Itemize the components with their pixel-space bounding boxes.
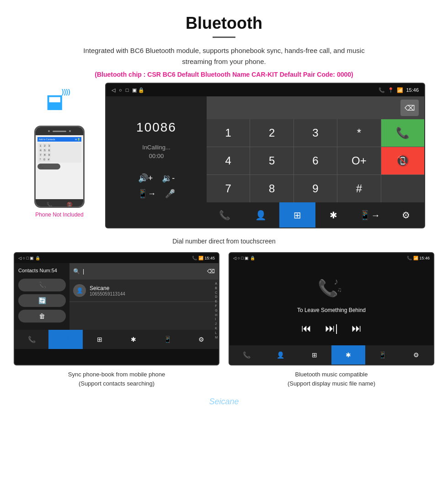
description-text: Integrated with BC6 Bluetooth module, su… [75, 45, 373, 67]
dial-calling-text: InCalling... [142, 144, 170, 151]
music-contacts-btn[interactable]: 👤 [263, 345, 297, 365]
contacts-delete-btn[interactable]: 🗑 [18, 310, 66, 323]
small-transfer-btn[interactable]: 📱 [150, 330, 184, 349]
small-bluetooth-btn[interactable]: ✱ [117, 330, 150, 349]
main-screen-area: )))) ⬓ Add to Contacts ✉ 🔋 1 [0, 83, 448, 228]
music-phone-music-icon: 📞 ♪ ♫ [318, 275, 345, 300]
contacts-status-left: ◁ ○ □ ▣ 🔒 [18, 256, 40, 260]
backspace-icon: ⌫ [207, 268, 215, 275]
next-btn[interactable]: ⏭ [352, 323, 362, 334]
key-5[interactable]: 5 [250, 147, 293, 174]
android-status-bar: ◁ ○ □ ▣ 🔒 📞 📍 📶 15:46 [106, 84, 424, 96]
play-pause-btn[interactable]: ⏭| [325, 323, 338, 334]
music-screen: ◁ ○ □ ▣ 🔒 📞 📶 15:46 📞 ♪ ♫ To Leave Somet… [229, 252, 434, 365]
search-cursor: | [83, 268, 84, 275]
key-star[interactable]: * [337, 119, 380, 147]
small-keypad-btn[interactable]: ⊞ [83, 330, 117, 349]
contacts-list-item[interactable]: 👤 Seicane 10655059113144 [69, 280, 219, 302]
volume-controls: 🔊+ 🔉- [138, 173, 175, 183]
prev-btn[interactable]: ⏮ [301, 323, 311, 334]
home-icon: ○ [119, 87, 122, 93]
back-icon: ◁ [112, 87, 115, 93]
music-controls: ⏮ ⏭| ⏭ [301, 323, 362, 334]
android-dial-screen: ◁ ○ □ ▣ 🔒 📞 📍 📶 15:46 10086 InCalling...… [105, 83, 425, 228]
contacts-search-bar: 🔍 | ⌫ [69, 263, 219, 280]
key-hash[interactable]: # [337, 175, 380, 202]
contacts-status-right: 📞 📶 15:45 [192, 256, 215, 260]
volume-up-btn[interactable]: 🔊+ [138, 173, 153, 183]
svg-text:♫: ♫ [337, 286, 342, 293]
contact-name: Seicane [90, 285, 125, 291]
music-transfer-btn[interactable]: 📱 [365, 345, 399, 365]
bluetooth-icon-area: )))) ⬓ [41, 83, 78, 121]
bottom-settings-btn[interactable]: ⚙ [388, 202, 424, 227]
dial-timer: 00:00 [149, 153, 164, 159]
transfer-btn[interactable]: 📱→ [138, 189, 156, 199]
key-2[interactable]: 2 [250, 119, 293, 147]
key-4[interactable]: 4 [207, 147, 250, 174]
music-wifi-icon: 📶 [413, 256, 418, 260]
svg-text:♪: ♪ [334, 276, 338, 286]
contacts-main: 🔍 | ⌫ 👤 Seicane 10655059113144 A B C [69, 263, 219, 330]
dial-body: 10086 InCalling... 00:00 🔊+ 🔉- 📱→ 🎤 ⌫ [106, 96, 424, 227]
volume-down-btn[interactable]: 🔉- [162, 173, 175, 183]
contacts-num-label: Contacts Num:54 [18, 268, 66, 273]
key-3[interactable]: 3 [294, 119, 337, 147]
dial-number: 10086 [136, 120, 176, 135]
call-btn[interactable]: 📞 [381, 119, 424, 147]
key-0plus[interactable]: O+ [337, 147, 380, 174]
small-contacts-btn[interactable]: 👤 [48, 330, 82, 349]
key-8[interactable]: 8 [250, 175, 293, 202]
dial-input-row: ⌫ [207, 96, 424, 119]
seicane-watermark: Seicane [0, 397, 448, 407]
contacts-wifi-icon: 📶 [198, 256, 203, 260]
contacts-back-icon: ◁ ○ □ [18, 256, 29, 260]
bottom-contacts-btn[interactable]: 👤 [243, 202, 279, 227]
music-phone-icon: 📞 [407, 256, 412, 260]
delete-btn[interactable]: ⌫ [400, 100, 419, 116]
bottom-call-btn[interactable]: 📞 [207, 202, 243, 227]
contacts-sync-btn[interactable]: 🔄 [18, 294, 66, 307]
contacts-bottom-bar: 📞 👤 ⊞ ✱ 📱 ⚙ [15, 330, 219, 349]
phone-frame: Add to Contacts ✉ 🔋 1 2 3 4 5 6 [34, 126, 85, 208]
dial-bottom-bar: 📞 👤 ⊞ ✱ 📱→ ⚙ [207, 202, 424, 227]
music-bluetooth-btn[interactable]: ✱ [331, 345, 365, 365]
contact-number: 10655059113144 [90, 291, 125, 296]
music-bottom-bar: 📞 👤 ⊞ ✱ 📱 ⚙ [229, 345, 433, 365]
main-caption: Dial number direct from touchscreen [0, 233, 448, 252]
contacts-body: Contacts Num:54 📞 🔄 🗑 🔍 | ⌫ 👤 Seicane [15, 263, 219, 330]
page-header: Bluetooth Integrated with BC6 Bluetooth … [0, 0, 448, 83]
phone-top-bar [36, 127, 83, 135]
bottom-captions: Sync phone-book from mobile phone(Suppor… [0, 370, 448, 388]
music-keypad-btn[interactable]: ⊞ [298, 345, 331, 365]
key-7[interactable]: 7 [207, 175, 250, 202]
contacts-status-bar: ◁ ○ □ ▣ 🔒 📞 📶 15:45 [15, 253, 219, 263]
key-9[interactable]: 9 [294, 175, 337, 202]
key-6[interactable]: 6 [294, 147, 337, 174]
phone-screen: Add to Contacts ✉ 🔋 1 2 3 4 5 6 [36, 135, 83, 199]
bottom-keypad-btn[interactable]: ⊞ [279, 202, 315, 227]
transfer-controls: 📱→ 🎤 [138, 189, 175, 199]
bottom-bluetooth-btn[interactable]: ✱ [315, 202, 352, 227]
bottom-transfer-btn[interactable]: 📱→ [352, 202, 388, 227]
music-caption: Bluetooth music compatible(Support displ… [229, 370, 434, 388]
phone-status-icon: 📞 [379, 87, 385, 93]
key-1[interactable]: 1 [207, 119, 250, 147]
end-call-btn[interactable]: 📵 [381, 147, 424, 174]
phone-call-btn[interactable]: 📞 [37, 164, 60, 169]
phone-screen-header: Add to Contacts ✉ 🔋 [37, 137, 81, 142]
status-left: ◁ ○ □ ▣ 🔒 [112, 87, 144, 93]
music-call-btn[interactable]: 📞 [229, 345, 263, 365]
bottom-screenshots: ◁ ○ □ ▣ 🔒 📞 📶 15:45 Contacts Num:54 📞 🔄 … [0, 252, 448, 365]
contacts-sidebar: Contacts Num:54 📞 🔄 🗑 [15, 263, 69, 330]
phone-bottom-bar: 📞 📵 [36, 199, 83, 208]
small-call-btn[interactable]: 📞 [15, 330, 48, 349]
mute-btn[interactable]: 🎤 [165, 189, 175, 199]
contact-info: Seicane 10655059113144 [90, 285, 125, 296]
phone-bottom-call-icon: 📞 [47, 202, 52, 207]
specs-text: (Bluetooth chip : CSR BC6 Default Blueto… [9, 71, 439, 78]
music-time: 15:46 [419, 256, 430, 260]
contacts-call-btn[interactable]: 📞 [18, 279, 66, 291]
small-settings-btn[interactable]: ⚙ [185, 330, 219, 349]
music-settings-btn[interactable]: ⚙ [400, 345, 433, 365]
